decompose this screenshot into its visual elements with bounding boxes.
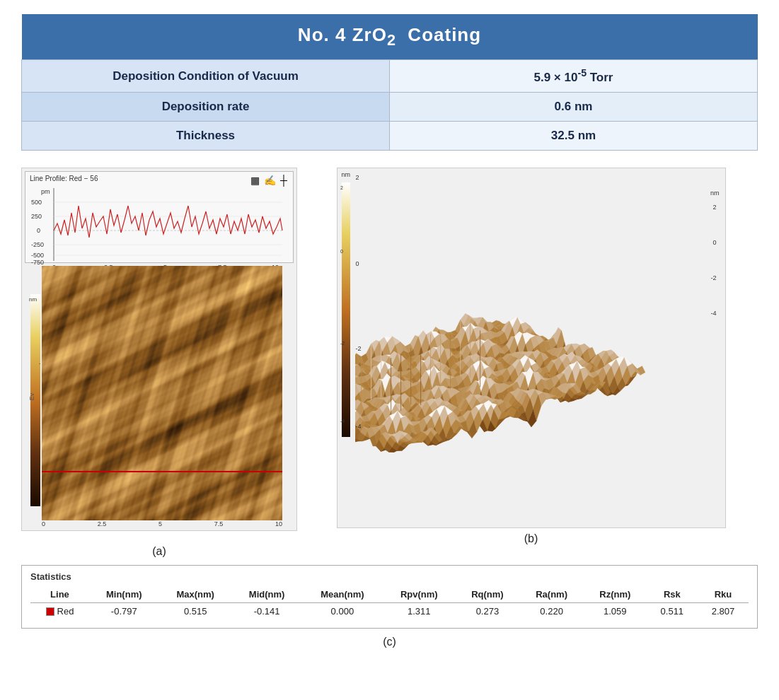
cell-mid: -0.141 <box>232 602 302 619</box>
stats-data-row: Red -0.797 0.515 -0.141 0.000 1.311 0.27… <box>30 602 749 619</box>
svg-text:-4: -4 <box>340 419 345 424</box>
x-axis-labels: 0 2.5 5 7.5 10 <box>42 520 282 527</box>
vacuum-row: Deposition Condition of Vacuum 5.9 × 10-… <box>22 60 758 93</box>
vacuum-value: 5.9 × 10-5 Torr <box>390 60 758 93</box>
cell-rsk: 0.511 <box>647 602 698 619</box>
svg-text:2: 2 <box>340 185 343 190</box>
deposition-rate-label: Deposition rate <box>22 92 390 121</box>
svg-text:nm: nm <box>29 296 37 303</box>
svg-text:-250: -250 <box>31 241 44 248</box>
svg-text:0: 0 <box>340 249 343 254</box>
header-rz: Rz(nm) <box>584 586 647 603</box>
svg-rect-24 <box>342 182 350 437</box>
thickness-label: Thickness <box>22 121 390 150</box>
y-axis-nm: 2 <box>356 174 359 181</box>
afm-3d-canvas <box>355 179 702 511</box>
line-profile: Line Profile: Red − 56 500 250 0 -250 <box>25 171 294 263</box>
cell-rq: 0.273 <box>455 602 519 619</box>
line-profile-svg: 500 250 0 -250 -500 -750 0 2.5 5 7.5 10 … <box>31 185 293 275</box>
thickness-value: 32.5 nm <box>390 121 758 150</box>
svg-text:-500: -500 <box>31 252 44 259</box>
svg-text:0: 0 <box>37 227 40 234</box>
cell-rpv: 1.311 <box>383 602 455 619</box>
stats-table: Line Min(nm) Max(nm) Mid(nm) Mean(nm) Rp… <box>30 586 749 619</box>
stats-body: Red -0.797 0.515 -0.141 0.000 1.311 0.27… <box>30 602 749 619</box>
right-tick-0: 0 <box>712 239 716 246</box>
stats-title: Statistics <box>30 571 749 582</box>
deposition-rate-value: 0.6 nm <box>390 92 758 121</box>
right-nm-label: nm <box>710 189 720 197</box>
crosshair-icon[interactable]: ┼ <box>280 175 287 186</box>
color-scale-2d: nm 0 -2 -4 <box>29 294 40 513</box>
header-min: Min(nm) <box>89 586 159 603</box>
cell-rku: 2.807 <box>698 602 749 619</box>
header-ra: Ra(nm) <box>520 586 584 603</box>
caption-a: (a) <box>152 545 166 558</box>
cell-min: -0.797 <box>89 602 159 619</box>
statistics-section: Statistics Line Min(nm) Max(nm) Mid(nm) … <box>21 565 758 629</box>
ev-label: Ev <box>28 393 35 401</box>
y-axis-n4: -4 <box>356 423 362 430</box>
y-axis-0: 0 <box>356 260 359 267</box>
cell-max: 0.515 <box>159 602 232 619</box>
line-profile-title: Line Profile: Red − 56 <box>30 175 98 182</box>
right-tick-n2: -2 <box>710 274 716 281</box>
deposition-rate-row: Deposition rate 0.6 nm <box>22 92 758 121</box>
bar-chart-icon[interactable]: ▦ <box>250 175 260 186</box>
table-title: No. 4 ZrO2 Coating <box>22 14 758 60</box>
stats-header-row: Line Min(nm) Max(nm) Mid(nm) Mean(nm) Rp… <box>30 586 749 603</box>
cell-ra: 0.220 <box>520 602 584 619</box>
title-row: No. 4 ZrO2 Coating <box>22 14 758 60</box>
svg-text:-2: -2 <box>39 360 40 366</box>
cell-rz: 1.059 <box>584 602 647 619</box>
afm-2d-image: nm 0 -2 -4 0 2.5 5 7.5 10 <box>25 266 294 527</box>
afm-2d-canvas <box>42 266 282 520</box>
svg-text:pm: pm <box>41 188 50 195</box>
header-line: Line <box>30 586 89 603</box>
images-section: Line Profile: Red − 56 500 250 0 -250 <box>21 168 758 558</box>
svg-text:250: 250 <box>31 213 42 220</box>
profile-icons: ▦ ✍ ┼ <box>250 175 287 186</box>
red-scan-line <box>42 471 282 472</box>
caption-c: (c) <box>21 636 758 648</box>
color-scale-3d: 2 0 -2 -4 <box>340 182 353 451</box>
svg-text:-750: -750 <box>31 259 44 266</box>
hand-icon[interactable]: ✍ <box>264 175 276 186</box>
nm-label-3d: nm <box>342 171 351 178</box>
caption-b: (b) <box>524 532 538 545</box>
cell-mean: 0.000 <box>301 602 383 619</box>
header-rq: Rq(nm) <box>455 586 519 603</box>
header-max: Max(nm) <box>159 586 232 603</box>
panel-b: nm 2 0 -2 -4 <box>304 168 758 545</box>
header-rsk: Rsk <box>647 586 698 603</box>
main-data-table: No. 4 ZrO2 Coating Deposition Condition … <box>21 14 758 151</box>
header-rpv: Rpv(nm) <box>383 586 455 603</box>
right-tick-2: 2 <box>712 204 716 211</box>
panel-a: Line Profile: Red − 56 500 250 0 -250 <box>21 168 297 558</box>
afm-3d-container: nm 2 0 -2 -4 <box>337 168 726 528</box>
header-mid: Mid(nm) <box>232 586 302 603</box>
svg-text:-4: -4 <box>39 487 40 494</box>
y-axis-n2: -2 <box>356 345 362 352</box>
header-rku: Rku <box>698 586 749 603</box>
svg-text:-2: -2 <box>340 341 345 346</box>
svg-text:500: 500 <box>31 199 42 206</box>
thickness-row: Thickness 32.5 nm <box>22 121 758 150</box>
cell-line: Red <box>30 602 89 619</box>
vacuum-label: Deposition Condition of Vacuum <box>22 60 390 93</box>
right-tick-n4: -4 <box>710 310 716 317</box>
header-mean: Mean(nm) <box>301 586 383 603</box>
afm-2d-container: Line Profile: Red − 56 500 250 0 -250 <box>21 168 297 531</box>
